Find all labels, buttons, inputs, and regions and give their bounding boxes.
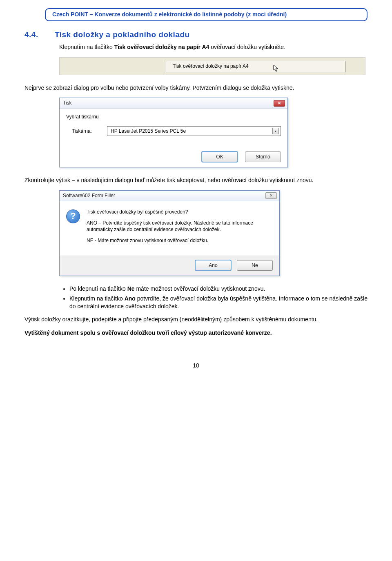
print-button-label: Tisk ověřovací doložky na papír A4 bbox=[173, 63, 249, 70]
cursor-icon bbox=[273, 65, 280, 73]
close-icon: ✕ bbox=[270, 193, 273, 198]
printer-field-label: Tiskárna: bbox=[66, 128, 107, 135]
print-button[interactable]: Tisk ověřovací doložky na papír A4 bbox=[166, 61, 345, 72]
yes-button[interactable]: Ano bbox=[195, 260, 231, 271]
list-item: Po klepnutí na tlačítko Ne máte možnost … bbox=[69, 285, 368, 293]
ok-button[interactable]: OK bbox=[202, 151, 238, 162]
close-button[interactable]: ✕ bbox=[274, 100, 285, 107]
section-number: 4.4. bbox=[24, 29, 53, 40]
printer-selected-value: HP LaserJet P2015 Series PCL 5e bbox=[111, 128, 186, 135]
section-title: Tisk doložky a pokladního dokladu bbox=[55, 29, 190, 40]
close-icon: ✕ bbox=[278, 100, 281, 106]
figure-print-button-bar: Tisk ověřovací doložky na papír A4 bbox=[59, 57, 365, 75]
bullet-list: Po klepnutí na tlačítko Ne máte možnost … bbox=[69, 285, 368, 311]
figure-message-dialog: Software602 Form Filler ✕ ? Tisk ověřova… bbox=[59, 190, 280, 276]
paragraph-2: Nejprve se zobrazí dialog pro volbu nebo… bbox=[24, 84, 368, 92]
paragraph-intro: Klepnutím na tlačítko Tisk ověřovací dol… bbox=[59, 43, 368, 51]
list-item: Klepnutím na tlačítko Ano potvrdíte, že … bbox=[69, 295, 368, 311]
page-header: Czech POINT – Konverze dokumentů z elekt… bbox=[45, 8, 368, 21]
paragraph-3: Zkontrolujte výtisk – v následujícím dia… bbox=[24, 176, 368, 185]
figure-print-dialog: Tisk ✕ Vybrat tiskárnu Tiskárna: HP Lase… bbox=[59, 98, 288, 167]
dialog-title: Software602 Form Filler bbox=[63, 192, 115, 199]
group-label: Vybrat tiskárnu bbox=[66, 114, 107, 120]
close-button[interactable]: ✕ bbox=[265, 192, 277, 199]
page-number: 10 bbox=[24, 362, 368, 370]
message-text: Tisk ověřovací doložky byl úspěšně prove… bbox=[87, 209, 271, 248]
paragraph-4: Výtisk doložky orazítkujte, podepište a … bbox=[24, 316, 368, 324]
cancel-button[interactable]: Storno bbox=[245, 151, 281, 162]
chevron-down-icon: ▾ bbox=[272, 128, 279, 134]
dialog-title: Tisk bbox=[63, 100, 72, 107]
question-icon: ? bbox=[66, 209, 80, 223]
paragraph-5: Vytištěný dokument spolu s ověřovací dol… bbox=[24, 329, 368, 337]
printer-dropdown[interactable]: HP LaserJet P2015 Series PCL 5e ▾ bbox=[107, 126, 281, 136]
no-button[interactable]: Ne bbox=[237, 260, 273, 271]
